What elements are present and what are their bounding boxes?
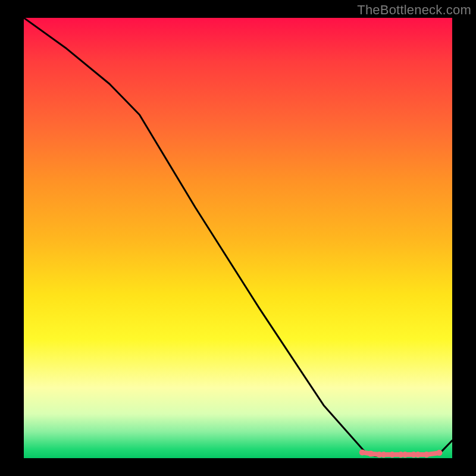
marker-dot <box>402 452 408 458</box>
marker-dot <box>368 451 374 457</box>
marker-dot <box>436 450 442 456</box>
marker-dot <box>424 452 430 458</box>
plot-area <box>24 18 452 458</box>
marker-dot <box>359 449 365 455</box>
marker-group <box>359 449 443 458</box>
marker-dot <box>415 452 421 458</box>
bottleneck-curve-path <box>24 18 452 456</box>
chart-root: TheBottleneck.com <box>0 0 476 476</box>
watermark-text: TheBottleneck.com <box>357 2 471 18</box>
chart-svg <box>24 18 452 458</box>
marker-dot <box>381 452 387 458</box>
marker-dot <box>389 452 395 458</box>
